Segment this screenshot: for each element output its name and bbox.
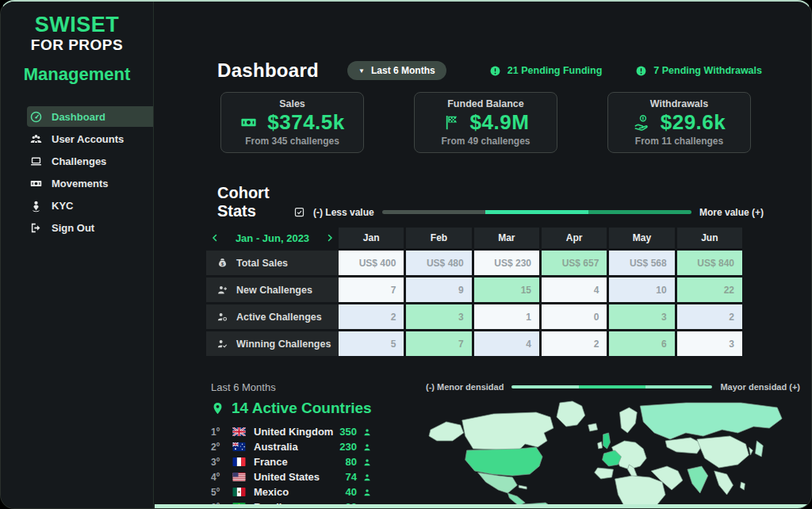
map-region-caribbean [519, 485, 527, 489]
cohort-row-new-challenges[interactable]: New Challenges [206, 277, 339, 302]
country-row-mexico[interactable]: 5ºMexico40 [211, 484, 372, 499]
map-region-scandinavia [619, 408, 637, 433]
chevron-right-icon[interactable] [325, 233, 335, 243]
stat-card-label: Sales [279, 98, 305, 109]
period-dropdown-label: Last 6 Months [371, 65, 435, 76]
user-count-icon [362, 473, 372, 482]
cohort-cell[interactable]: 4 [542, 277, 607, 302]
cohort-cell[interactable]: 22 [677, 277, 742, 302]
map-region-japan [755, 441, 763, 457]
map-region-greenland [557, 401, 585, 427]
world-map-panel: (-) Menor densidad Mayor densidad (+) [426, 377, 800, 509]
country-rank: 5º [211, 487, 232, 498]
country-row-australia[interactable]: 2ºAustralia230 [211, 439, 372, 454]
cohort-row-active-challenges[interactable]: Active Challenges [206, 304, 339, 329]
stat-card-subtext: From 345 challenges [245, 136, 339, 147]
cohort-cell[interactable]: 6 [609, 331, 674, 356]
cohort-column-jun: Jun [677, 228, 742, 248]
country-row-united-kingdom[interactable]: 1ºUnited Kingdom350 [211, 424, 372, 439]
cohort-cell[interactable]: 1 [474, 304, 539, 329]
user-count-icon [362, 427, 372, 437]
location-pin-icon [211, 400, 224, 416]
country-name: United Kingdom [254, 426, 339, 438]
sign-out-icon [29, 221, 43, 235]
cohort-cell[interactable]: US$ 657 [542, 251, 607, 275]
stat-card-withdrawals: Withdrawals$29.6kFrom 11 challenges [607, 92, 751, 153]
world-map[interactable] [426, 398, 800, 509]
cohort-cell[interactable]: 2 [542, 331, 607, 356]
svg-text:$: $ [221, 262, 224, 266]
cohort-cell[interactable]: 10 [609, 277, 674, 302]
topbar: Dashboard ▼ Last 6 Months 21 Pending Fun… [217, 57, 762, 84]
map-region-canada [462, 412, 553, 450]
cohort-cell[interactable]: 7 [339, 277, 404, 302]
value-scale-bar [382, 210, 691, 214]
alert-7-pending-withdrawals[interactable]: 7 Pending Withdrawals [635, 65, 762, 77]
cohort-row-label: Active Challenges [236, 312, 322, 323]
gb-flag-icon [232, 427, 246, 436]
brand-logo: SWISET FOR PROPS Management [1, 2, 153, 85]
map-region-spain [595, 468, 614, 479]
cohort-cell[interactable]: 9 [406, 277, 471, 302]
checkbox-checked-icon[interactable] [293, 206, 305, 218]
cohort-cell[interactable]: US$ 400 [339, 251, 404, 275]
map-region-southeast-asia [714, 471, 733, 495]
stat-card-label: Withdrawals [650, 98, 709, 109]
alert-label: 7 Pending Withdrawals [653, 65, 762, 76]
cohort-row-total-sales[interactable]: $Total Sales [206, 251, 339, 275]
cohort-cell[interactable]: 15 [474, 277, 539, 302]
cohort-legend: (-) Less value More value (+) [293, 206, 764, 220]
period-dropdown[interactable]: ▼ Last 6 Months [347, 61, 446, 80]
cohort-cell[interactable]: 4 [474, 331, 539, 356]
cohort-cell[interactable]: 3 [406, 304, 471, 329]
country-rank: 1º [211, 427, 232, 438]
map-region-philippines [740, 482, 745, 490]
alert-circle-icon [489, 65, 501, 77]
stat-cards-row: Sales$374.5kFrom 345 challengesFunded Ba… [220, 92, 751, 153]
cohort-cell[interactable]: 5 [339, 331, 404, 356]
cohort-cell[interactable]: 3 [677, 331, 742, 356]
cohort-cell[interactable]: US$ 840 [677, 251, 742, 275]
sidebar-item-user-accounts[interactable]: User Accounts [27, 128, 153, 149]
person-pin-icon [29, 199, 43, 212]
cohort-cell[interactable]: US$ 480 [406, 251, 471, 275]
user-count-icon [362, 442, 372, 452]
banknote-icon [29, 177, 43, 190]
country-row-france[interactable]: 3ºFrance80 [211, 454, 372, 469]
cohort-cell[interactable]: US$ 230 [474, 251, 539, 275]
app-window: SWISET FOR PROPS Management DashboardUse… [0, 0, 812, 509]
page-title: Dashboard [217, 59, 319, 82]
cohort-period-label: Jan - Jun, 2023 [236, 232, 309, 244]
cohort-cell[interactable]: 0 [542, 304, 607, 329]
cohort-row-winning-challenges[interactable]: Winning Challenges [206, 331, 339, 356]
country-user-count: 40 [346, 486, 357, 498]
cohort-cell[interactable]: US$ 568 [609, 251, 674, 275]
cohort-row-labels: Jan - Jun, 2023 $Total SalesNew Challeng… [206, 228, 339, 358]
legend-less-label: (-) Less value [313, 207, 374, 218]
cohort-cell[interactable]: 2 [339, 304, 404, 329]
cohort-cell[interactable]: 7 [406, 331, 471, 356]
cohort-cell[interactable]: 3 [609, 304, 674, 329]
money-bag-icon: $ [216, 257, 228, 269]
map-density-legend: (-) Menor densidad Mayor densidad (+) [426, 382, 800, 392]
sidebar-item-movements[interactable]: Movements [27, 173, 153, 193]
person-add-icon [216, 284, 228, 296]
sidebar-item-sign-out[interactable]: Sign Out [27, 217, 153, 238]
pending-alerts: 21 Pending Funding7 Pending Withdrawals [489, 65, 762, 77]
cohort-cell[interactable]: 2 [677, 304, 742, 329]
cohort-column-jan: Jan [339, 228, 404, 248]
sidebar-item-challenges[interactable]: Challenges [27, 151, 153, 171]
alert-21-pending-funding[interactable]: 21 Pending Funding [489, 65, 602, 77]
brand-for-props: FOR PROPS [1, 36, 153, 54]
sidebar-item-dashboard[interactable]: Dashboard [27, 106, 153, 127]
cohort-column-apr: Apr [542, 228, 607, 248]
sidebar-item-kyc[interactable]: KYC [27, 195, 153, 216]
map-region-united-states [465, 447, 542, 476]
cohort-table: JanFebMarAprMayJunUS$ 400US$ 480US$ 230U… [339, 228, 742, 358]
country-row-united-states[interactable]: 4ºUnited States74 [211, 469, 372, 484]
sidebar-item-label: Movements [52, 178, 109, 189]
au-flag-icon [232, 442, 246, 451]
alert-circle-icon [635, 65, 647, 77]
sidebar-item-label: Sign Out [52, 222, 94, 234]
chevron-left-icon[interactable] [210, 233, 220, 243]
